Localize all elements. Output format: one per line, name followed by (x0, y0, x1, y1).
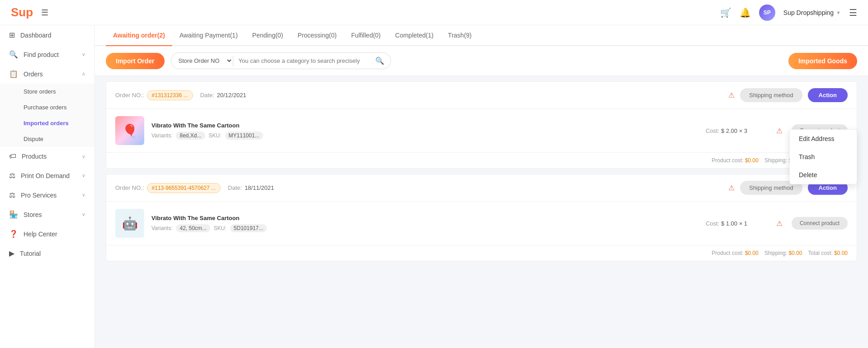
product-cost-row-1: Cost: $ 2.00 × 3 (706, 127, 769, 134)
variant-label-2: Variants: (151, 225, 172, 231)
tutorial-icon: ▶ (9, 249, 14, 258)
cart-icon[interactable]: 🛒 (720, 7, 731, 18)
sidebar-item-products[interactable]: 🏷 Products ∨ (0, 147, 94, 166)
sidebar-item-label-dashboard: Dashboard (20, 32, 85, 39)
dropdown-edit-address[interactable]: Edit Address (790, 130, 857, 148)
sidebar-item-label-find-product: Find product (24, 51, 76, 58)
sidebar-item-dashboard[interactable]: ⊞ Dashboard (0, 25, 94, 45)
tag-icon: 🏷 (9, 152, 16, 160)
tab-awaiting-payment[interactable]: Awaiting Payment(1) (172, 25, 245, 46)
order-footer-2: Product cost: $0.00 Shipping: $0.00 Tota… (106, 245, 857, 261)
order-date-1: 20/12/2021 (217, 92, 246, 99)
action-dropdown: Edit Address Trash Delete (789, 129, 857, 184)
print-icon: ⚖ (9, 171, 15, 180)
variant-badge-1[interactable]: 8ed,Xd... (176, 132, 205, 140)
chevron-down-icon: ∨ (82, 212, 85, 217)
search-select[interactable]: Store Order NO (171, 53, 233, 68)
product-meta-1: Variants: 8ed,Xd... SKU: MY111001... (151, 132, 698, 140)
sidebar-item-imported-orders[interactable]: Imported orders (0, 115, 94, 131)
grid-icon: ⊞ (9, 31, 15, 39)
sidebar-item-print-on-demand[interactable]: ⚖ Print On Demand ∨ (0, 166, 94, 185)
variant-badge-2[interactable]: 42, 50cm... (176, 224, 210, 232)
logo: Sup (11, 5, 33, 19)
order-no-badge-1[interactable]: #131312336 ... (147, 90, 193, 100)
product-info-1: Vibrato With The Same Cartoon Variants: … (151, 122, 698, 140)
product-row-1: 🎈 Vibrato With The Same Cartoon Variants… (106, 109, 857, 152)
order-card-1: Order NO.: #131312336 ... Date: 20/12/20… (106, 81, 857, 169)
sidebar-item-find-product[interactable]: 🔍 Find product ∨ (0, 45, 94, 64)
sidebar-item-label-products: Products (22, 153, 76, 160)
tab-trash[interactable]: Trash(9) (441, 25, 479, 46)
shipping-label-2: Shipping: (764, 250, 787, 256)
connect-product-button-2[interactable]: Connect product (792, 217, 848, 230)
dropdown-trash[interactable]: Trash (790, 148, 857, 166)
sidebar-item-stores[interactable]: 🏪 Stores ∨ (0, 205, 94, 224)
tabs-bar: Awaiting order(2) Awaiting Payment(1) Pe… (95, 25, 868, 46)
tab-pending[interactable]: Pending(0) (245, 25, 291, 46)
search-icon: 🔍 (9, 50, 18, 59)
shipping-method-button-1[interactable]: Shipping method (740, 88, 802, 102)
user-menu[interactable]: Sup Dropshipping ▼ (783, 9, 841, 16)
sidebar-item-pro-services[interactable]: ⚖ Pro Services ∨ (0, 185, 94, 205)
dropdown-delete[interactable]: Delete (790, 166, 857, 184)
shipping-value-2: $0.00 (788, 250, 802, 256)
chevron-down-icon: ▼ (836, 10, 841, 15)
chevron-down-icon: ∨ (82, 154, 85, 160)
product-name-1: Vibrato With The Same Cartoon (151, 122, 698, 129)
product-info-2: Vibrato With The Same Cartoon Variants: … (151, 215, 698, 232)
sidebar-item-orders[interactable]: 📋 Orders ∧ (0, 64, 94, 84)
sidebar-item-purchase-orders[interactable]: Purchase orders (0, 99, 94, 115)
action-button-1[interactable]: Action (808, 88, 848, 102)
sku-label-1: SKU: (209, 132, 222, 139)
tab-processing[interactable]: Processing(0) (290, 25, 344, 46)
search-input[interactable] (233, 54, 369, 68)
order-no-badge-2[interactable]: #113-9655391-4570627 ... (147, 183, 221, 193)
order-no-label-2: Order NO.: (115, 184, 144, 191)
sidebar-item-dispute[interactable]: Dispute (0, 131, 94, 147)
avatar: SP (759, 5, 775, 21)
services-icon: ⚖ (9, 191, 15, 199)
cost-label-2: Cost: (706, 220, 719, 227)
search-bar: Store Order NO 🔍 (171, 52, 391, 69)
order-header-1: Order NO.: #131312336 ... Date: 20/12/20… (106, 82, 857, 109)
order-footer-1: Product cost: $0.00 Shipping: $0.00 Tota… (106, 152, 857, 168)
topbar-hamburger-icon[interactable]: ☰ (849, 7, 857, 18)
warning-circle-icon-1[interactable]: ⚠ (776, 127, 783, 135)
order-date-2: 18/11/2021 (245, 184, 274, 191)
notification-icon[interactable]: 🔔 (740, 7, 751, 18)
tab-awaiting-order[interactable]: Awaiting order(2) (106, 25, 172, 46)
search-button[interactable]: 🔍 (369, 53, 391, 69)
chevron-up-icon: ∧ (82, 71, 85, 77)
sku-badge-2[interactable]: 5D101917... (230, 224, 267, 232)
import-order-button[interactable]: Import Order (106, 53, 165, 69)
warning-circle-icon-2[interactable]: ⚠ (776, 219, 783, 228)
toolbar: Import Order Store Order NO 🔍 Imported G… (95, 46, 868, 76)
product-name-2: Vibrato With The Same Cartoon (151, 215, 698, 221)
warning-icon-2[interactable]: ⚠ (728, 183, 735, 192)
tab-fulfilled[interactable]: Fulfilled(0) (344, 25, 388, 46)
sidebar-item-label-stores: Stores (24, 211, 76, 218)
total-cost-label-2: Total cost: (808, 250, 833, 256)
product-cost-label-1: Product cost: (712, 157, 743, 164)
order-no-label-1: Order NO.: (115, 92, 144, 99)
order-date-label-2: Date: (228, 184, 242, 191)
sidebar-item-store-orders[interactable]: Store orders (0, 84, 94, 99)
sidebar-item-label-tutorial: Tutorial (20, 250, 85, 257)
sidebar-item-tutorial[interactable]: ▶ Tutorial (0, 244, 94, 263)
sidebar-item-label-orders: Orders (24, 71, 76, 78)
imported-goods-button[interactable]: Imported Goods (788, 53, 857, 69)
help-icon: ❓ (9, 230, 18, 238)
topbar-menu-icon[interactable]: ☰ (41, 8, 48, 18)
chevron-down-icon: ∨ (82, 192, 85, 198)
chevron-down-icon: ∨ (82, 173, 85, 179)
product-image-1: 🎈 (115, 116, 144, 145)
sku-badge-1[interactable]: MY111001... (225, 132, 263, 140)
sidebar-item-help-center[interactable]: ❓ Help Center (0, 224, 94, 244)
order-date-label-1: Date: (200, 92, 214, 99)
chevron-down-icon: ∨ (82, 52, 85, 57)
warning-icon-1[interactable]: ⚠ (728, 91, 735, 99)
product-meta-2: Variants: 42, 50cm... SKU: 5D101917... (151, 224, 698, 232)
username: Sup Dropshipping (783, 9, 834, 16)
tab-completed[interactable]: Completed(1) (388, 25, 441, 46)
orders-icon: 📋 (9, 70, 18, 78)
